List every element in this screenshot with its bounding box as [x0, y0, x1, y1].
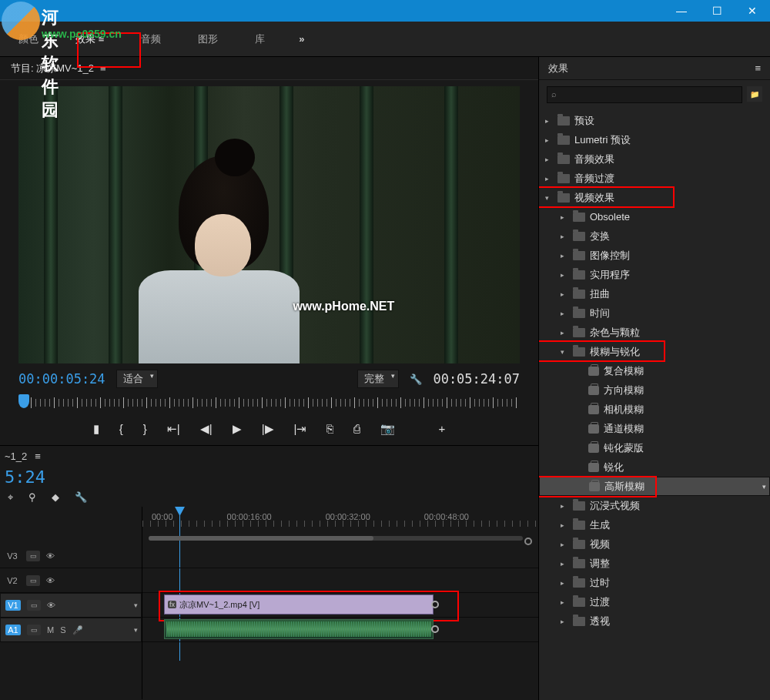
effect-compound-blur[interactable]: 复合模糊 [539, 361, 770, 380]
toggle-output-icon[interactable]: ▭ [27, 625, 41, 635]
folder-icon [573, 521, 585, 530]
maximize-button[interactable]: ☐ [699, 0, 735, 22]
audio-clip[interactable] [164, 619, 434, 639]
clip-label: 凉凉MV~1_2.mp4 [V] [179, 599, 259, 611]
wrench-icon[interactable]: 🔧 [75, 491, 87, 504]
folder-icon [557, 174, 570, 183]
folder-noise[interactable]: ▸杂色与颗粒 [539, 323, 770, 342]
folder-icon [573, 213, 585, 222]
clip-end-handle[interactable] [431, 601, 439, 608]
folder-icon [573, 578, 585, 588]
mark-in-button[interactable]: { [119, 422, 123, 436]
folder-perspective[interactable]: ▸透视 [539, 611, 770, 631]
lift-button[interactable]: ⎘ [326, 422, 333, 436]
effect-gaussian-blur[interactable]: 高斯模糊 [539, 477, 770, 496]
zoom-select[interactable]: 适合 [116, 370, 158, 388]
mute-button[interactable]: M [47, 625, 54, 635]
folder-utility[interactable]: ▸实用程序 [539, 265, 770, 284]
folder-distort[interactable]: ▸扭曲 [539, 284, 770, 303]
effect-icon [588, 444, 599, 453]
link-icon[interactable]: ⚲ [28, 491, 36, 504]
add-button[interactable]: + [438, 422, 445, 436]
marker-icon[interactable]: ◆ [52, 491, 59, 504]
folder-image-control[interactable]: ▸图像控制 [539, 246, 770, 265]
folder-transition[interactable]: ▸过渡 [539, 592, 770, 611]
eye-icon[interactable]: 👁 [46, 551, 55, 561]
video-clip[interactable]: fx 凉凉MV~1_2.mp4 [V] [164, 594, 434, 615]
timecode-current[interactable]: 00:00:05:24 [18, 371, 105, 387]
toggle-output-icon[interactable]: ▭ [27, 600, 41, 611]
timeline-timecode[interactable]: 5:24 [0, 466, 538, 488]
folder-icon [573, 232, 585, 241]
toggle-output-icon[interactable]: ▭ [26, 575, 40, 586]
extract-button[interactable]: ⎙ [353, 422, 360, 436]
folder-icon [557, 116, 570, 126]
panel-menu-icon[interactable]: ≡ [755, 62, 761, 74]
program-viewer[interactable]: www.pHome.NET [18, 86, 520, 363]
track-v1[interactable]: V1▭👁 [0, 593, 142, 618]
export-frame-button[interactable]: 📷 [380, 422, 395, 436]
folder-transform[interactable]: ▸变换 [539, 226, 770, 246]
tabs-overflow[interactable]: » [299, 33, 304, 45]
effect-directional-blur[interactable]: 方向模糊 [539, 380, 770, 400]
watermark-url: www.pc0359.cn [42, 28, 122, 40]
folder-lumetri[interactable]: ▸Lumetri 预设 [539, 130, 770, 149]
eye-icon[interactable]: 👁 [47, 601, 55, 610]
mic-icon[interactable]: 🎤 [72, 625, 83, 635]
fx-badge-icon: fx [168, 601, 176, 608]
clip-end-handle[interactable] [431, 625, 439, 633]
track-v3[interactable]: V3▭👁 [0, 544, 142, 568]
mark-in-icon[interactable]: ▮ [93, 422, 99, 436]
effect-sharpen[interactable]: 锐化 [539, 457, 770, 477]
folder-blur-sharpen[interactable]: ▾模糊与锐化 [539, 342, 770, 361]
folder-generate[interactable]: ▸生成 [539, 515, 770, 534]
folder-immersive[interactable]: ▸沉浸式视频 [539, 496, 770, 515]
new-bin-icon[interactable]: 📁 [747, 86, 762, 102]
eye-icon[interactable]: 👁 [46, 576, 55, 585]
tab-graphics[interactable]: 图形 [195, 28, 221, 51]
folder-audio-trans[interactable]: ▸音频过渡 [539, 169, 770, 188]
toggle-output-icon[interactable]: ▭ [26, 551, 40, 561]
effect-icon [588, 386, 599, 395]
track-headers: V3▭👁 V2▭👁 V1▭👁 A1▭MS🎤 [0, 507, 142, 699]
track-a1[interactable]: A1▭MS🎤 [0, 618, 142, 642]
step-fwd-button[interactable]: |▶ [262, 422, 274, 436]
folder-video-fx[interactable]: ▾视频效果 [539, 188, 770, 207]
folder-icon [573, 251, 585, 260]
folder-video[interactable]: ▸视频 [539, 534, 770, 554]
program-scrubber[interactable] [18, 394, 520, 413]
effect-unsharp-mask[interactable]: 钝化蒙版 [539, 438, 770, 457]
goto-in-button[interactable]: ⇤| [167, 422, 180, 436]
folder-audio-fx[interactable]: ▸音频效果 [539, 149, 770, 169]
close-button[interactable]: ✕ [735, 0, 770, 22]
playhead-icon[interactable] [18, 394, 29, 408]
step-back-button[interactable]: ◀| [200, 422, 213, 436]
play-button[interactable]: ▶ [233, 422, 242, 436]
resolution-select[interactable]: 完整 [357, 370, 399, 388]
panel-menu-icon[interactable]: ≡ [35, 450, 41, 462]
goto-out-button[interactable]: |⇥ [294, 422, 307, 436]
timeline-zoom-scroll[interactable] [149, 536, 523, 541]
search-icon: ⌕ [551, 89, 557, 99]
folder-presets[interactable]: ▸预设 [539, 111, 770, 130]
folder-adjust[interactable]: ▸调整 [539, 554, 770, 573]
folder-time[interactable]: ▸时间 [539, 303, 770, 323]
effect-icon [588, 405, 599, 414]
track-v2[interactable]: V2▭👁 [0, 568, 142, 593]
window-titlebar: — ☐ ✕ [0, 0, 770, 22]
effect-camera-blur[interactable]: 相机模糊 [539, 400, 770, 419]
settings-icon[interactable]: 🔧 [410, 373, 422, 385]
folder-obsolete2[interactable]: ▸过时 [539, 573, 770, 592]
timeline-ruler[interactable]: 00:00 00:00:16:00 00:00:32:00 00:00:48:0… [142, 507, 538, 527]
minimize-button[interactable]: — [664, 0, 699, 22]
tab-library[interactable]: 库 [252, 28, 268, 51]
mark-out-button[interactable]: } [143, 422, 147, 436]
effects-search-input[interactable] [547, 86, 742, 103]
effect-channel-blur[interactable]: 通道模糊 [539, 419, 770, 438]
snap-icon[interactable]: ⌖ [8, 491, 13, 504]
panel-menu-icon[interactable]: ≡ [100, 62, 106, 74]
tab-audio[interactable]: 音频 [138, 28, 164, 51]
solo-button[interactable]: S [60, 625, 65, 635]
folder-obsolete[interactable]: ▸Obsolete [539, 207, 770, 226]
folder-icon [573, 559, 585, 568]
